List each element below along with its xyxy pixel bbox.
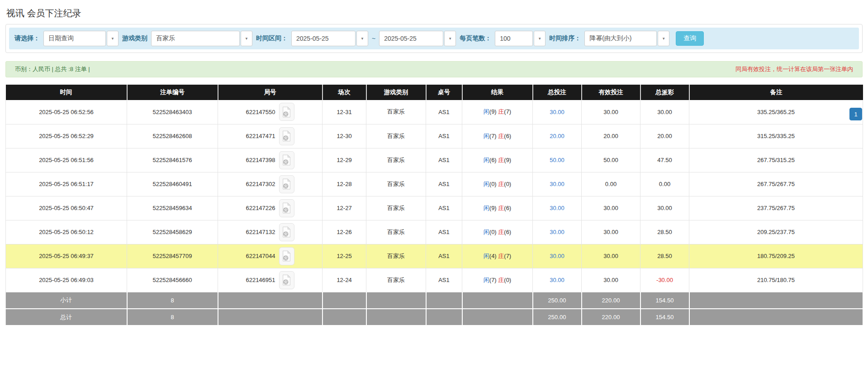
time-cell: 2025-05-25 06:50:12 (6, 220, 127, 244)
player-label: 闲 (484, 229, 489, 235)
grand-total-row: 总计 8 250.00 220.00 154.50 (6, 309, 863, 325)
payout-cell: 0.00 (640, 172, 689, 196)
query-type-select[interactable]: 日期查询 ▼ (43, 31, 119, 46)
total-bet-link[interactable]: 20.00 (533, 124, 582, 148)
player-score: (0) (489, 181, 497, 187)
query-type-value[interactable]: 日期查询 (43, 31, 106, 46)
player-score: (6) (489, 157, 497, 163)
result-cell: 闲(9) 庄(7) (462, 100, 533, 124)
time-sort-select[interactable]: 降幂(由大到小) ▼ (584, 31, 669, 46)
round-number: 622147132 (246, 229, 275, 235)
round-cell: 622147302 (218, 172, 323, 196)
subtotal-payout: 154.50 (640, 292, 689, 309)
time-sort-value[interactable]: 降幂(由大到小) (584, 31, 657, 46)
valid-bet-cell: 30.00 (582, 100, 640, 124)
chevron-down-icon[interactable]: ▼ (241, 31, 252, 46)
per-page-select[interactable]: 100 ▼ (495, 31, 545, 46)
video-record-icon[interactable] (279, 223, 294, 241)
date-from-select[interactable]: 2025-05-25 ▼ (291, 31, 368, 46)
chevron-down-icon[interactable]: ▼ (534, 31, 545, 46)
search-button[interactable]: 查询 (676, 31, 704, 46)
banker-label: 庄 (498, 205, 504, 211)
total-bet-link[interactable]: 30.00 (533, 220, 582, 244)
round-number: 622147226 (246, 205, 275, 211)
page-title: 视讯 会员下注纪录 (6, 7, 868, 19)
player-score: (9) (489, 108, 497, 115)
total-bet-link[interactable]: 30.00 (533, 196, 582, 220)
game-cell: 百家乐 (366, 244, 426, 268)
payout-cell: 28.50 (640, 220, 689, 244)
valid-bet-cell: 50.00 (582, 148, 640, 172)
total-valid-bet: 220.00 (582, 309, 640, 325)
game-cell: 百家乐 (366, 148, 426, 172)
table-no-cell: AS1 (426, 100, 462, 124)
game-cell: 百家乐 (366, 100, 426, 124)
total-bet-link[interactable]: 30.00 (533, 268, 582, 292)
video-record-icon[interactable] (279, 271, 294, 289)
bet-id-cell: 522528463403 (127, 100, 218, 124)
chevron-down-icon[interactable]: ▼ (658, 31, 669, 46)
round-cell: 622147471 (218, 124, 323, 148)
banker-score: (0) (504, 181, 511, 187)
game-type-value[interactable]: 百家乐 (151, 31, 240, 46)
player-score: (9) (489, 205, 497, 211)
range-separator: ~ (372, 35, 375, 42)
total-bet-link[interactable]: 50.00 (533, 148, 582, 172)
video-record-icon[interactable] (279, 103, 294, 121)
date-to-value[interactable]: 2025-05-25 (379, 31, 443, 46)
bet-id-cell: 522528462608 (127, 124, 218, 148)
game-type-select[interactable]: 百家乐 ▼ (151, 31, 252, 46)
chevron-down-icon[interactable]: ▼ (444, 31, 456, 46)
date-to-select[interactable]: 2025-05-25 ▼ (379, 31, 456, 46)
date-from-value[interactable]: 2025-05-25 (291, 31, 356, 46)
bet-id-cell: 522528461576 (127, 148, 218, 172)
total-label: 总计 (6, 309, 127, 325)
video-record-icon[interactable] (279, 127, 294, 145)
bet-id-cell: 522528459634 (127, 196, 218, 220)
round-number: 622147302 (246, 181, 275, 187)
valid-bet-cell: 20.00 (582, 124, 640, 148)
table-no-cell: AS1 (426, 268, 462, 292)
total-bet-link[interactable]: 30.00 (533, 244, 582, 268)
game-cell: 百家乐 (366, 172, 426, 196)
table-row: 2025-05-25 06:49:03 522528456660 6221469… (6, 268, 863, 292)
payout-cell: 47.50 (640, 148, 689, 172)
result-cell: 闲(4) 庄(7) (462, 244, 533, 268)
player-score: (4) (489, 253, 497, 259)
banker-label: 庄 (498, 229, 504, 235)
video-record-icon[interactable] (279, 151, 294, 169)
per-page-value[interactable]: 100 (495, 31, 533, 46)
time-cell: 2025-05-25 06:52:56 (6, 100, 127, 124)
player-label: 闲 (484, 133, 489, 139)
table-no-cell: AS1 (426, 220, 462, 244)
select-type-label: 请选择： (14, 34, 40, 43)
total-bet-link[interactable]: 30.00 (533, 172, 582, 196)
chevron-down-icon[interactable]: ▼ (356, 31, 368, 46)
player-label: 闲 (484, 205, 489, 211)
table-no-cell: AS1 (426, 148, 462, 172)
video-record-icon[interactable] (279, 199, 294, 217)
round-cell: 622147132 (218, 220, 323, 244)
chevron-down-icon[interactable]: ▼ (107, 31, 119, 46)
bet-records-table: 时间 注单编号 局号 场次 游戏类别 桌号 结果 总投注 有效投注 总派彩 备注… (5, 85, 863, 326)
banker-label: 庄 (498, 253, 504, 259)
round-cell: 622146951 (218, 268, 323, 292)
round-cell: 622147550 (218, 100, 323, 124)
result-cell: 闲(0) 庄(0) (462, 172, 533, 196)
empty-cell (689, 292, 863, 309)
empty-cell (366, 292, 426, 309)
col-remark: 备注 (689, 85, 863, 100)
page-1-button[interactable]: 1 (849, 108, 862, 120)
valid-bet-cell: 30.00 (582, 196, 640, 220)
subtotal-count: 8 (127, 292, 218, 309)
video-record-icon[interactable] (279, 175, 294, 193)
remark-cell: 237.75/267.75 (689, 196, 863, 220)
empty-cell (462, 309, 533, 325)
col-result: 结果 (462, 85, 533, 100)
round-cell: 622147226 (218, 196, 323, 220)
video-record-icon[interactable] (279, 247, 294, 265)
session-cell: 12-25 (323, 244, 366, 268)
currency-total-text: 币别：人民币 | 总共 :8 注单 | (15, 65, 90, 73)
total-bet-link[interactable]: 30.00 (533, 100, 582, 124)
remark-cell: 209.25/237.75 (689, 220, 863, 244)
